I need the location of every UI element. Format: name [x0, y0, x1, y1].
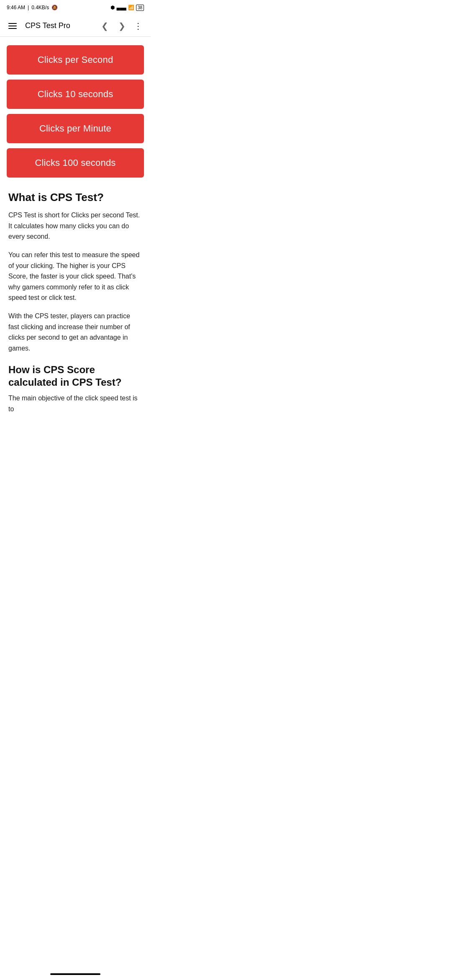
cps-calculated-para: The main objective of the click speed te…	[8, 393, 142, 414]
data-speed: 0.4KB/s	[31, 5, 49, 10]
battery-icon: 38	[136, 5, 144, 11]
status-left: 9:46 AM | 0.4KB/s 🔕	[7, 5, 58, 10]
time-display: 9:46 AM	[7, 5, 25, 10]
more-options-button[interactable]: ⋮	[132, 19, 144, 33]
clicks-100-seconds-button[interactable]: Clicks 100 seconds	[7, 148, 144, 178]
back-arrow-button[interactable]: ❮	[98, 19, 112, 33]
main-content: Clicks per Second Clicks 10 seconds Clic…	[0, 37, 151, 431]
app-bar: CPS Test Pro ❮ ❯ ⋮	[0, 15, 151, 37]
app-title: CPS Test Pro	[25, 21, 70, 30]
app-bar-left: CPS Test Pro	[7, 21, 70, 31]
clicks-per-second-button[interactable]: Clicks per Second	[7, 45, 144, 75]
hamburger-line-3	[8, 28, 17, 29]
wifi-icon: 📶	[128, 5, 134, 10]
cps-description-para1: CPS Test is short for Clicks per second …	[8, 210, 142, 242]
notification-mute-icon: 🔕	[51, 5, 58, 10]
signal-icon: ▄▄▄	[116, 5, 126, 10]
network-speed: |	[28, 5, 29, 10]
app-bar-right: ❮ ❯ ⋮	[98, 19, 144, 33]
clicks-per-minute-button[interactable]: Clicks per Minute	[7, 114, 144, 143]
clicks-10-seconds-button[interactable]: Clicks 10 seconds	[7, 80, 144, 109]
status-right: ⬢ ▄▄▄ 📶 38	[110, 5, 144, 11]
info-section: What is CPS Test? CPS Test is short for …	[7, 191, 144, 415]
what-is-cps-heading: What is CPS Test?	[8, 191, 142, 204]
cps-buttons-container: Clicks per Second Clicks 10 seconds Clic…	[7, 45, 144, 178]
forward-arrow-button[interactable]: ❯	[115, 19, 129, 33]
cps-description-para2: You can refer this test to measure the s…	[8, 250, 142, 303]
bluetooth-icon: ⬢	[110, 5, 115, 10]
how-cps-calculated-heading: How is CPS Score calculated in CPS Test?	[8, 364, 142, 389]
hamburger-line-2	[8, 26, 17, 26]
hamburger-menu-button[interactable]	[7, 21, 18, 31]
hamburger-line-1	[8, 23, 17, 24]
status-bar: 9:46 AM | 0.4KB/s 🔕 ⬢ ▄▄▄ 📶 38	[0, 0, 151, 15]
cps-description-para3: With the CPS tester, players can practic…	[8, 311, 142, 353]
